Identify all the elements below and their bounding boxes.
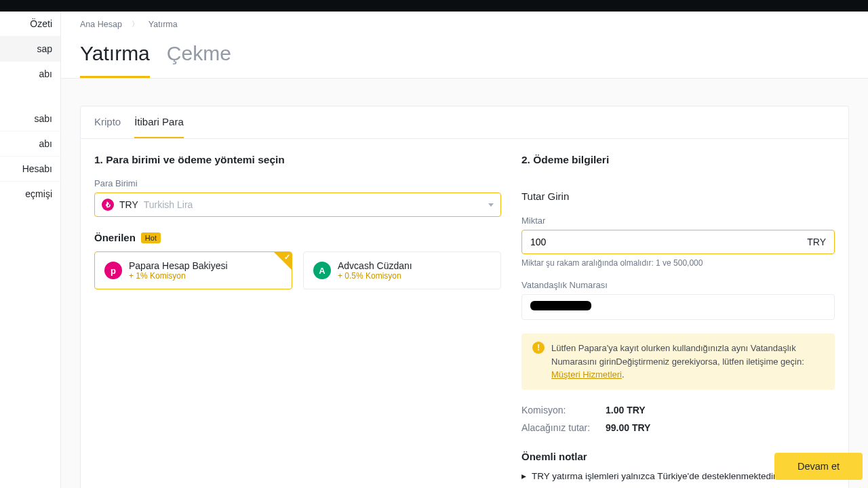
currency-select[interactable]: ₺ TRY Turkish Lira — [94, 192, 501, 217]
amount-currency-suffix: TRY — [807, 237, 826, 247]
receive-label: Alacağınız tutar: — [521, 422, 596, 433]
papara-icon: p — [104, 262, 122, 279]
deposit-card: Kripto İtibari Para 1. Para birimi ve öd… — [80, 106, 849, 488]
currency-code: TRY — [119, 199, 138, 210]
recommend-label: Önerilen — [94, 232, 136, 243]
amount-heading: Tutar Girin — [521, 190, 835, 202]
fee-label: Komisyon: — [521, 405, 596, 415]
warning-icon: ! — [532, 342, 545, 354]
advcash-icon: A — [313, 262, 331, 279]
step1-column: 1. Para birimi ve ödeme yöntemi seçin Pa… — [94, 154, 501, 481]
sidebar-item-main-account[interactable]: sap — [0, 37, 60, 62]
sidebar-item-account-2[interactable]: abı — [0, 62, 60, 86]
chevron-down-icon — [488, 203, 494, 207]
notice-text: Lütfen Papara'ya kayıt olurken kullandığ… — [551, 342, 824, 382]
amount-label: Miktar — [521, 216, 835, 226]
citizenship-label: Vatandaşlık Numarası — [521, 280, 835, 290]
check-icon — [274, 252, 292, 270]
citizenship-input[interactable] — [521, 294, 835, 320]
amount-hint: Miktar şu rakam aralığında olmalıdır: 1 … — [521, 258, 835, 268]
step2-column: 2. Ödeme bilgileri Tutar Girin Miktar TR… — [521, 154, 835, 481]
page-tabs: Yatırma Çekme — [61, 37, 868, 79]
sidebar-item-pool-account[interactable]: Hesabı — [0, 157, 60, 182]
breadcrumb-home[interactable]: Ana Hesap — [80, 20, 122, 29]
breadcrumb: Ana Hesap 〉 Yatırma — [61, 12, 868, 37]
payment-method-advcash[interactable]: A Advcash Cüzdanı + 0.5% Komisyon — [303, 251, 501, 289]
receive-value: 99.00 TRY — [606, 422, 650, 433]
chevron-right-icon: 〉 — [132, 19, 139, 29]
currency-label: Para Birimi — [94, 178, 501, 188]
tab-withdraw[interactable]: Çekme — [167, 42, 231, 78]
payment-method-fee: + 1% Komisyon — [129, 271, 228, 281]
redacted-value — [530, 301, 591, 310]
amount-field-wrapper: TRY — [521, 230, 835, 254]
turkish-lira-icon: ₺ — [102, 199, 114, 211]
main-content: Ana Hesap 〉 Yatırma Yatırma Çekme Kripto… — [61, 12, 868, 488]
sub-tabs: Kripto İtibari Para — [81, 106, 848, 139]
payment-method-name: Advcash Cüzdanı — [338, 260, 412, 271]
payment-method-papara[interactable]: p Papara Hesap Bakiyesi + 1% Komisyon — [94, 251, 292, 289]
notice-box: ! Lütfen Papara'ya kayıt olurken kulland… — [521, 333, 835, 390]
sidebar-item-account-3[interactable]: sabı — [0, 106, 60, 131]
continue-button[interactable]: Devam et — [774, 453, 863, 480]
payment-method-fee: + 0.5% Komisyon — [338, 271, 412, 281]
currency-name: Turkish Lira — [144, 199, 488, 210]
tab-deposit[interactable]: Yatırma — [80, 42, 150, 78]
sub-tab-fiat[interactable]: İtibari Para — [134, 106, 184, 138]
customer-service-link[interactable]: Müşteri Hizmetleri — [551, 369, 622, 380]
payment-method-name: Papara Hesap Bakiyesi — [129, 260, 228, 271]
sidebar-item-account-4[interactable]: abı — [0, 131, 60, 157]
sidebar-item-history[interactable]: eçmişi — [0, 182, 60, 206]
top-bar — [0, 0, 868, 12]
sub-tab-crypto[interactable]: Kripto — [94, 106, 121, 138]
amount-input[interactable] — [530, 237, 807, 247]
breadcrumb-current: Yatırma — [149, 20, 178, 29]
sidebar: Özeti sap abı sabı abı Hesabı eçmişi — [0, 12, 61, 488]
hot-badge: Hot — [141, 232, 161, 243]
fee-value: 1.00 TRY — [606, 405, 646, 415]
step1-title: 1. Para birimi ve ödeme yöntemi seçin — [94, 154, 501, 166]
step2-title: 2. Ödeme bilgileri — [521, 154, 835, 166]
sidebar-item-summary[interactable]: Özeti — [0, 12, 60, 37]
